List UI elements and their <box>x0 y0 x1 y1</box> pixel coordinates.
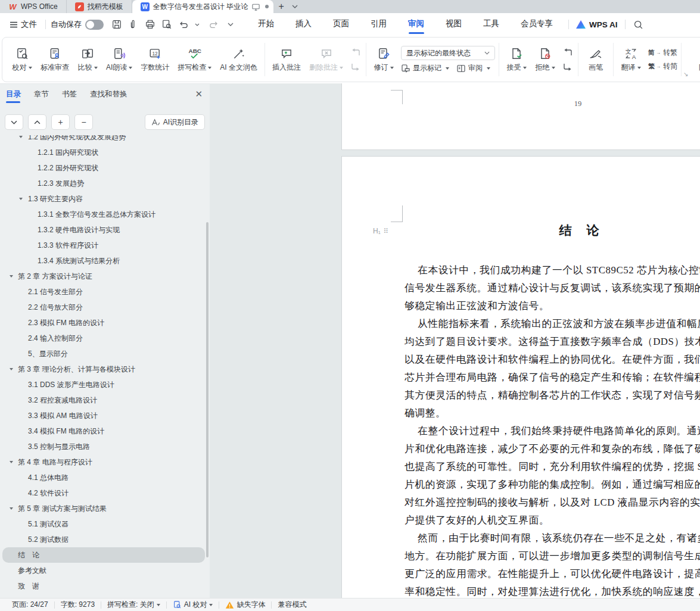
collapse-arrow-icon[interactable] <box>10 368 13 372</box>
tab-document[interactable]: W 全数字信号发生器设计 毕业论 <box>132 0 273 13</box>
toc-item[interactable]: 第 4 章 电路与程序设计 <box>2 454 205 470</box>
previous-change-button[interactable] <box>561 48 574 57</box>
compatibility-mode-badge[interactable]: 兼容模式 <box>272 600 312 610</box>
toc-item[interactable]: 1.3.1 全数字信号发生器总体方案设计 <box>2 207 205 222</box>
spellcheck-status[interactable]: 拼写检查: 关闭 <box>101 600 166 610</box>
toc-item[interactable]: 4.2 软件设计 <box>2 485 205 501</box>
zoom-out-toc-button[interactable]: − <box>74 114 93 130</box>
menu-tab[interactable]: 开始 <box>256 13 276 36</box>
page-indicator[interactable]: 页面: 24/27 <box>6 600 54 610</box>
menu-tab[interactable]: 视图 <box>443 13 464 36</box>
toc-item[interactable]: 3.3 模拟 AM 电路设计 <box>2 408 205 423</box>
ai-read-aloud-button[interactable]: AI朗读 <box>102 45 136 75</box>
standard-review-button[interactable]: 标准审查 <box>37 45 73 75</box>
toc-item[interactable]: 5、显示部分 <box>2 346 205 361</box>
track-changes-button[interactable]: 修订 <box>370 45 397 75</box>
toc-item[interactable]: 1.2.3 发展趋势 <box>2 176 205 191</box>
toc-item[interactable]: 1.2.2 国外研究现状 <box>2 160 205 176</box>
heading-level-marker[interactable]: H₁ ⠿ <box>373 227 388 235</box>
toc-item[interactable]: 结 论 <box>2 547 205 563</box>
redo-button[interactable] <box>206 17 222 32</box>
insert-comment-button[interactable]: 插入批注 <box>269 45 304 75</box>
document-body[interactable]: 在本设计中，我们成功构建了一个以 STC89C52 芯片为核心控制 信号发生器系… <box>405 261 700 598</box>
toc-item[interactable]: 第 3 章 理论分析、计算与各模块设计 <box>2 361 205 377</box>
toc-item[interactable]: 3.2 程控衰减电路设计 <box>2 392 205 408</box>
word-count-button[interactable]: 12 字数统计 <box>137 45 173 75</box>
proofread-button[interactable]: 校对 <box>8 45 36 75</box>
collapse-all-button[interactable] <box>5 114 23 130</box>
expand-all-button[interactable] <box>28 114 46 130</box>
tab-wps-office[interactable]: W WPS Office <box>0 0 67 13</box>
markup-state-select[interactable]: 显示标记的最终状态 <box>401 46 495 60</box>
compare-button[interactable]: 比较 <box>74 45 101 75</box>
to-simplified-button[interactable]: 繁→ 转简 <box>648 61 677 71</box>
menu-tab[interactable]: 工具 <box>481 13 502 36</box>
ink-brush-button[interactable]: 画笔 <box>582 45 609 75</box>
toc-item[interactable]: 1.3.4 系统测试与结果分析 <box>2 253 205 269</box>
menu-tab[interactable]: 页面 <box>331 13 351 36</box>
toc-item[interactable]: 2.1 信号发生部分 <box>2 284 205 300</box>
new-tab-button[interactable]: + <box>273 0 289 13</box>
collapse-arrow-icon[interactable] <box>19 136 23 140</box>
accept-change-button[interactable]: 接受 <box>503 45 530 75</box>
collapse-arrow-icon[interactable] <box>10 275 13 279</box>
missing-font-warning[interactable]: 缺失字体 <box>219 600 271 610</box>
toc-item[interactable]: 第 2 章 方案设计与论证 <box>2 269 205 284</box>
document-canvas[interactable]: 19 H₁ ⠿ 结 论 在本设计中，我们成功构建了一个以 STC89C52 芯片… <box>210 83 700 598</box>
toc-item[interactable]: 1.3.2 硬件电路设计与实现 <box>2 222 205 238</box>
document-page-19[interactable]: 19 <box>341 83 700 150</box>
delete-comment-button[interactable]: 删除批注 <box>306 45 347 75</box>
menu-tab[interactable]: 引用 <box>368 13 389 36</box>
tab-docer-templates[interactable]: 找稻壳模板 <box>67 0 132 13</box>
close-sidebar-icon[interactable]: ✕ <box>195 89 203 99</box>
ai-polish-button[interactable]: AI 全文润色 <box>216 45 261 75</box>
screen-share-icon[interactable] <box>251 2 260 11</box>
redo-dropdown-chevron[interactable] <box>223 17 238 32</box>
collapse-arrow-icon[interactable] <box>10 461 13 465</box>
toc-item[interactable]: 1.2.1 国内研究现状 <box>2 145 205 160</box>
document-heading[interactable]: 结 论 <box>405 222 700 239</box>
collapse-arrow-icon[interactable] <box>10 507 13 512</box>
export-button[interactable] <box>126 17 141 32</box>
ai-recognize-toc-button[interactable]: AI识别目录 <box>145 114 205 130</box>
zoom-in-toc-button[interactable]: + <box>51 114 70 130</box>
previous-comment-button[interactable] <box>349 48 362 57</box>
sidebar-scrollbar[interactable] <box>206 222 209 557</box>
document-page-20[interactable]: H₁ ⠿ 结 论 在本设计中，我们成功构建了一个以 STC89C52 芯片为核心… <box>341 156 700 598</box>
sidebar-tab[interactable]: 查找和替换 <box>90 89 127 103</box>
review-pane-button[interactable]: 审阅 <box>456 63 490 73</box>
restrict-edit-button[interactable]: 限制编辑 <box>695 45 700 75</box>
sidebar-tab[interactable]: 书签 <box>62 89 77 103</box>
ai-proofread-status[interactable]: AI 校对 <box>167 600 219 610</box>
toc-item[interactable]: 2.3 模拟 FM 电路的设计 <box>2 315 205 331</box>
toc-item[interactable]: 4.1 总体电路 <box>2 470 205 485</box>
toc-item[interactable]: 参考文献 <box>2 563 205 578</box>
autosave-toggle[interactable] <box>85 20 104 30</box>
next-comment-button[interactable] <box>349 62 362 71</box>
toc-item[interactable]: 3.4 模拟 FM 电路的设计 <box>2 423 205 439</box>
toc-item[interactable]: 致 谢 <box>2 578 205 594</box>
sidebar-tab[interactable]: 章节 <box>34 89 49 103</box>
tab-list-chevron-icon[interactable] <box>289 0 301 13</box>
print-preview-button[interactable] <box>159 17 175 32</box>
group-expander-icon[interactable]: ↘ <box>683 71 688 77</box>
menu-tab[interactable]: 审阅 <box>406 13 427 36</box>
save-button[interactable] <box>109 17 125 32</box>
toc-item[interactable]: 2.2 信号放大部分 <box>2 300 205 315</box>
wps-ai-button[interactable]: WPS AI <box>574 20 620 29</box>
toc-item[interactable]: 3.1 DDS 波形产生电路设计 <box>2 377 205 392</box>
word-count-indicator[interactable]: 字数: 9273 <box>55 600 101 610</box>
toc-item[interactable]: 3.5 控制与显示电路 <box>2 439 205 454</box>
sidebar-tab[interactable]: 目录 <box>6 89 21 103</box>
toc-item[interactable]: 5.2 测试数据 <box>2 532 205 547</box>
toc-item[interactable]: 第 5 章 测试方案与测试结果 <box>2 501 205 516</box>
translate-button[interactable]: 文A 翻译 <box>617 45 645 75</box>
next-change-button[interactable] <box>561 62 574 71</box>
collapse-arrow-icon[interactable] <box>19 198 23 202</box>
search-button[interactable] <box>631 17 646 32</box>
toc-item[interactable]: 1.3 研究主要内容 <box>2 191 205 207</box>
reject-change-button[interactable]: 拒绝 <box>531 45 559 75</box>
show-markup-button[interactable]: 显示标记 <box>401 63 449 73</box>
toc-item[interactable]: 1.2 国内外研究现状及发展趋势 <box>2 135 205 145</box>
menu-tab[interactable]: 插入 <box>293 13 314 36</box>
